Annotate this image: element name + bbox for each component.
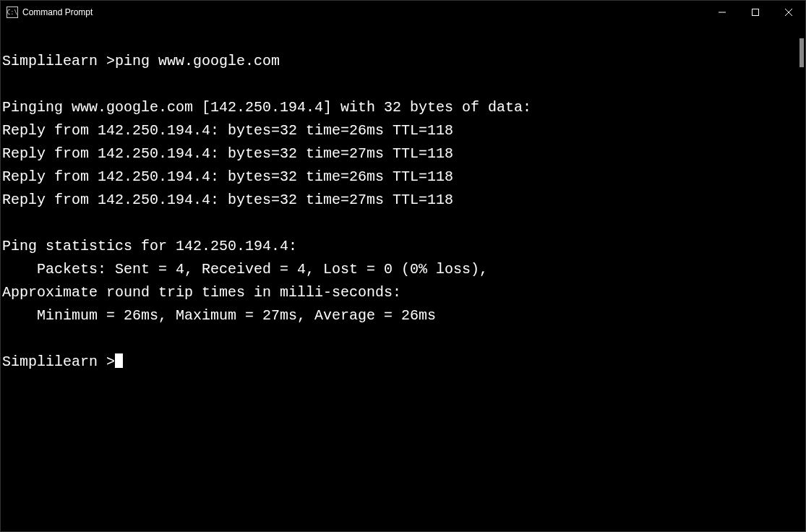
terminal-line: Simplilearn >ping www.google.com [2,50,792,73]
close-button[interactable] [772,1,805,24]
command-prompt-window: C:\ Command Prompt Simpli [0,0,806,532]
minimize-icon [719,9,726,16]
window-controls [706,1,805,24]
terminal-body: Simplilearn >ping www.google.com Pinging… [1,24,805,531]
maximize-button[interactable] [739,1,772,24]
terminal-line: Reply from 142.250.194.4: bytes=32 time=… [2,189,792,212]
app-icon-text: C:\ [7,9,17,16]
scrollbar[interactable] [794,24,805,531]
terminal-line: Reply from 142.250.194.4: bytes=32 time=… [2,166,792,189]
terminal-line: Pinging www.google.com [142.250.194.4] w… [2,96,792,119]
terminal-line: Packets: Sent = 4, Received = 4, Lost = … [2,258,792,281]
app-icon: C:\ [7,7,18,18]
scrollbar-thumb[interactable] [799,38,804,67]
window-title: Command Prompt [22,7,93,17]
svg-rect-1 [753,9,759,16]
terminal-line [2,212,792,235]
terminal-content[interactable]: Simplilearn >ping www.google.com Pinging… [1,24,794,531]
terminal-cursor [115,353,123,368]
terminal-prompt-line[interactable]: Simplilearn > [2,351,792,374]
terminal-line: Minimum = 26ms, Maximum = 27ms, Average … [2,304,792,327]
terminal-line [2,327,792,351]
terminal-line: Ping statistics for 142.250.194.4: [2,235,792,258]
terminal-line [2,27,792,50]
terminal-line: Approximate round trip times in milli-se… [2,281,792,304]
terminal-line: Reply from 142.250.194.4: bytes=32 time=… [2,119,792,142]
terminal-prompt: Simplilearn > [2,353,115,370]
terminal-line [2,73,792,96]
maximize-icon [752,9,759,16]
terminal-line: Reply from 142.250.194.4: bytes=32 time=… [2,142,792,166]
close-icon [785,9,792,16]
titlebar[interactable]: C:\ Command Prompt [1,1,805,24]
minimize-button[interactable] [706,1,739,24]
